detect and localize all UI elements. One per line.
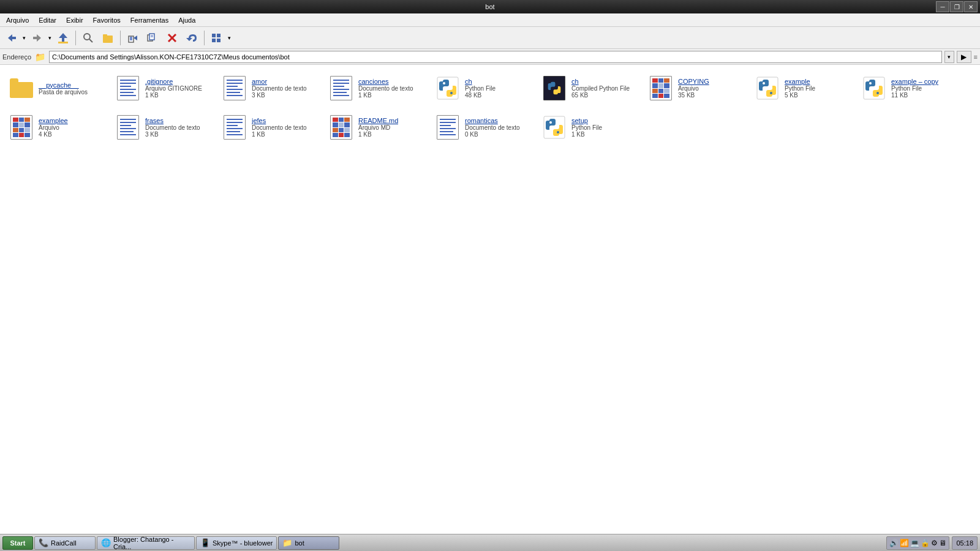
file-size: 1 KB — [571, 131, 602, 138]
file-item[interactable]: jefesDocumento de texto1 KB — [218, 109, 322, 146]
taskbar-item-icon: 📁 — [282, 538, 292, 547]
file-type: Arquivo GITIGNORE — [145, 85, 202, 92]
delete-button[interactable] — [163, 29, 181, 47]
file-info: jefesDocumento de texto1 KB — [252, 117, 307, 138]
menu-item-ferramentas[interactable]: Ferramentas — [127, 15, 172, 25]
restore-button[interactable]: ❐ — [950, 1, 963, 12]
file-item[interactable]: chPython File48 KB — [431, 70, 535, 107]
file-item[interactable]: romanticasDocumento de texto0 KB — [431, 109, 535, 146]
menu-item-arquivo[interactable]: Arquivo — [2, 15, 32, 25]
taskbar: Start 📞RaidCall🌐Blogger: Chatango - Cria… — [0, 534, 980, 551]
file-size: 3 KB — [145, 131, 200, 138]
file-icon-text — [435, 115, 460, 140]
tray-icon[interactable]: 🖥 — [939, 539, 946, 547]
tray-icon[interactable]: 💻 — [910, 539, 919, 547]
file-item[interactable]: cancionesDocumento de texto1 KB — [325, 70, 429, 107]
close-button[interactable]: ✕ — [964, 1, 978, 12]
file-icon-text — [116, 76, 140, 100]
file-name: example – copy — [891, 78, 938, 85]
taskbar-item[interactable]: 📁bot — [278, 536, 339, 550]
menu-item-exibir[interactable]: Exibir — [62, 15, 87, 25]
titlebar-controls: ─ ❐ ✕ — [936, 0, 978, 13]
undo-button[interactable] — [183, 29, 201, 47]
taskbar-right: 🔊📶💻🔒⚙🖥 05:18 — [886, 536, 978, 550]
back-button[interactable] — [2, 29, 21, 47]
file-size: 4 KB — [39, 131, 68, 138]
taskbar-item-label: Skype™ - bluelower — [213, 539, 273, 547]
titlebar: bot ─ ❐ ✕ — [0, 0, 980, 13]
back-dropdown[interactable]: ▾ — [21, 29, 27, 47]
svg-rect-20 — [212, 34, 216, 37]
file-info: __pycache__Pasta de arquivos — [39, 81, 88, 96]
svg-point-32 — [876, 92, 879, 94]
taskbar-clock: 05:18 — [952, 536, 978, 550]
start-button[interactable]: Start — [2, 536, 33, 550]
file-item[interactable]: amorDocumento de texto3 KB — [218, 70, 322, 107]
tray-icon[interactable]: 🔊 — [889, 539, 899, 547]
forward-button[interactable] — [28, 29, 47, 47]
taskbar-item[interactable]: 📱Skype™ - bluelower — [196, 536, 277, 550]
search-button[interactable] — [79, 29, 97, 47]
up-button[interactable] — [54, 29, 72, 47]
file-type: Python File — [891, 85, 938, 92]
menu-item-favoritos[interactable]: Favoritos — [89, 15, 124, 25]
file-info: COPYINGArquivo35 KB — [678, 78, 709, 99]
address-input[interactable] — [49, 51, 941, 63]
file-icon-text — [116, 115, 140, 140]
views-button[interactable] — [208, 29, 226, 47]
folders-button[interactable] — [99, 29, 117, 47]
file-type: Documento de texto — [145, 124, 200, 131]
copy-button[interactable] — [143, 29, 162, 47]
file-name: .gitignore — [145, 78, 202, 85]
file-type: Arquivo MD — [358, 124, 398, 131]
addressbar: Endereço 📁 ▾ ▶ ≡ — [0, 49, 980, 65]
address-sidebar-toggle[interactable]: ≡ — [974, 53, 978, 61]
svg-point-26 — [450, 92, 453, 94]
move-button[interactable] — [124, 29, 142, 47]
file-item[interactable]: example – copyPython File11 KB — [858, 70, 962, 107]
folder-icon: 📁 — [35, 52, 45, 62]
menu-item-ajuda[interactable]: Ajuda — [175, 15, 199, 25]
file-icon-python — [755, 76, 780, 100]
file-item[interactable]: .gitignoreArquivo GITIGNORE1 KB — [111, 70, 216, 107]
svg-line-6 — [89, 39, 92, 42]
tray-icons: 🔊📶💻🔒⚙🖥 — [886, 536, 949, 550]
address-go-button[interactable]: ▶ — [957, 51, 971, 63]
taskbar-item-label: RaidCall — [51, 539, 77, 547]
svg-point-29 — [770, 92, 772, 94]
taskbar-item[interactable]: 📞RaidCall — [34, 536, 96, 550]
menu-item-editar[interactable]: Editar — [35, 15, 60, 25]
tray-icon[interactable]: ⚙ — [931, 539, 938, 547]
file-name: __pycache__ — [39, 81, 88, 89]
minimize-button[interactable]: ─ — [936, 1, 949, 12]
views-dropdown[interactable]: ▾ — [226, 29, 232, 47]
file-item[interactable]: README.mdArquivo MD1 KB — [325, 109, 429, 146]
views-group: ▾ — [208, 29, 232, 47]
file-info: cancionesDocumento de texto1 KB — [358, 78, 413, 99]
taskbar-item[interactable]: 🌐Blogger: Chatango - Cria... — [97, 536, 195, 550]
address-expand-button[interactable]: ▾ — [944, 51, 954, 63]
forward-dropdown[interactable]: ▾ — [47, 29, 53, 47]
file-type: Python File — [571, 124, 602, 131]
file-icon-folder — [9, 76, 34, 100]
file-item[interactable]: exampleeArquivo4 KB — [5, 109, 109, 146]
svg-point-31 — [869, 82, 872, 84]
file-item[interactable]: chCompiled Python File65 KB — [538, 70, 642, 107]
file-item[interactable]: frasesDocumento de texto3 KB — [111, 109, 216, 146]
file-item[interactable]: setupPython File1 KB — [538, 109, 642, 146]
file-name: examplee — [39, 117, 68, 124]
file-size: 1 KB — [358, 92, 413, 99]
file-size: 11 KB — [891, 92, 938, 99]
file-item[interactable]: __pycache__Pasta de arquivos — [5, 70, 109, 107]
file-item[interactable]: COPYINGArquivo35 KB — [644, 70, 748, 107]
tray-icon[interactable]: 📶 — [900, 539, 909, 547]
svg-point-28 — [763, 82, 765, 84]
file-icon-python — [542, 115, 567, 140]
file-size: 0 KB — [465, 131, 520, 138]
file-info: README.mdArquivo MD1 KB — [358, 117, 398, 138]
file-type: Pasta de arquivos — [39, 89, 88, 96]
file-info: examplePython File5 KB — [785, 78, 815, 99]
file-item[interactable]: examplePython File5 KB — [751, 70, 855, 107]
file-size: 48 KB — [465, 92, 496, 99]
tray-icon[interactable]: 🔒 — [921, 539, 930, 547]
